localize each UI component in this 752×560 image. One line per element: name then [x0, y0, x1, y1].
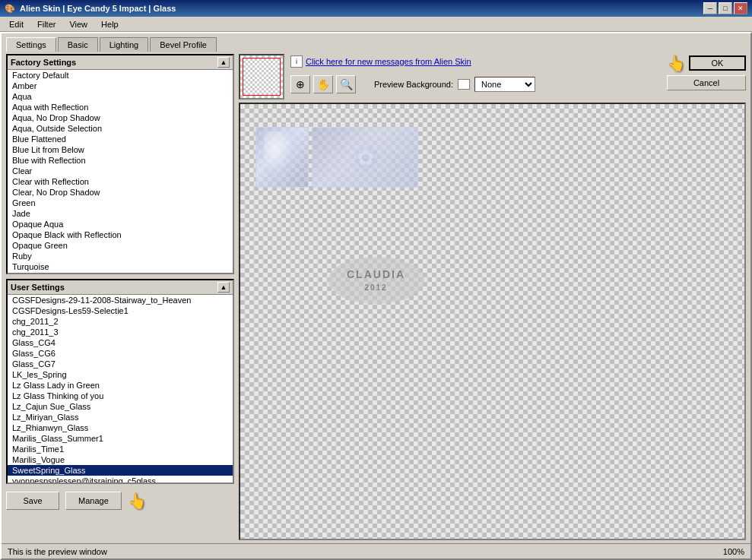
factory-item-1[interactable]: Amber [8, 81, 233, 91]
user-item-17[interactable]: yvonnespsplessen@itsraining_c5glass [8, 476, 233, 484]
content-area: Factory Settings ▲ Factory Default Amber… [2, 51, 750, 543]
glass-preview [255, 127, 418, 188]
user-scroll-up[interactable]: ▲ [217, 282, 230, 293]
user-item-9[interactable]: Lz Glass Thinking of you [8, 391, 233, 401]
status-text: This is the preview window [8, 547, 107, 556]
glass-pane-left [255, 127, 309, 188]
user-item-15[interactable]: Marilis_Vogue [8, 454, 233, 465]
preview-area [239, 103, 746, 540]
status-bar: This is the preview window 100% [2, 543, 750, 558]
menu-edit[interactable]: Edit [3, 18, 30, 30]
factory-item-17[interactable]: Ruby [8, 251, 233, 261]
preview-bg-label: Preview Background: [374, 80, 453, 89]
color-swatch[interactable] [458, 79, 470, 90]
user-item-16[interactable]: SweetSpring_Glass [8, 465, 233, 476]
user-item-3[interactable]: chg_2011_3 [8, 327, 233, 337]
factory-item-5[interactable]: Aqua, Outside Selection [8, 123, 233, 134]
preview-bg-row: Preview Background: None White Black Cus… [374, 77, 535, 92]
hand-cursor-icon: 👆 [128, 492, 147, 510]
factory-item-2[interactable]: Aqua [8, 91, 233, 102]
factory-item-13[interactable]: Jade [8, 208, 233, 219]
user-item-12[interactable]: Lz_Rhianwyn_Glass [8, 422, 233, 433]
factory-scroll-up[interactable]: ▲ [217, 57, 230, 68]
user-item-8[interactable]: Lz Glass Lady in Green [8, 380, 233, 391]
save-button[interactable]: Save [6, 492, 59, 510]
menu-bar: Edit Filter View Help [0, 17, 752, 32]
alien-link[interactable]: Click here for new messages from Alien S… [306, 57, 471, 66]
tab-bevel-profile[interactable]: Bevel Profile [150, 37, 217, 52]
user-item-10[interactable]: Lz_Cajun Sue_Glass [8, 401, 233, 412]
user-item-6[interactable]: Glass_CG7 [8, 359, 233, 369]
main-window: Settings Basic Lighting Bevel Profile Fa… [0, 32, 752, 560]
factory-settings-list[interactable]: Factory Settings ▲ Factory Default Amber… [6, 54, 234, 274]
window-title: Alien Skin | Eye Candy 5 Impact | Glass [20, 4, 176, 13]
factory-item-9[interactable]: Clear [8, 166, 233, 176]
factory-item-11[interactable]: Clear, No Drop Shadow [8, 187, 233, 198]
left-panel: Factory Settings ▲ Factory Default Amber… [6, 54, 234, 540]
manage-button[interactable]: Manage [65, 492, 122, 510]
user-settings-list[interactable]: User Settings ▲ CGSFDesigns-29-11-2008-S… [6, 279, 234, 484]
factory-item-7[interactable]: Blue Lit from Below [8, 144, 233, 155]
user-item-7[interactable]: LK_les_Spring [8, 369, 233, 380]
factory-item-6[interactable]: Blue Flattened [8, 134, 233, 144]
ok-button[interactable]: OK [689, 55, 746, 71]
zoom-tool-icon[interactable]: 🔍 [336, 75, 356, 93]
tab-lighting[interactable]: Lighting [100, 37, 149, 52]
factory-item-18[interactable]: Turquoise [8, 261, 233, 272]
factory-item-12[interactable]: Green [8, 198, 233, 208]
menu-filter[interactable]: Filter [31, 18, 62, 30]
factory-item-8[interactable]: Blue with Reflection [8, 155, 233, 166]
toolbar: ⊕ ✋ 🔍 [290, 72, 356, 96]
preview-thumbnail [239, 54, 284, 100]
maximize-button[interactable]: □ [719, 2, 732, 14]
user-item-11[interactable]: Lz_Miriyan_Glass [8, 412, 233, 422]
alien-icon: i [290, 55, 303, 68]
move-tool-icon[interactable]: ⊕ [290, 75, 310, 93]
app-icon: 🎨 [5, 4, 15, 14]
menu-help[interactable]: Help [95, 18, 125, 30]
factory-item-4[interactable]: Aqua, No Drop Shadow [8, 112, 233, 123]
tab-basic[interactable]: Basic [58, 37, 98, 52]
close-button[interactable]: ✕ [734, 2, 747, 14]
hand-tool-icon[interactable]: ✋ [313, 75, 333, 93]
tab-settings[interactable]: Settings [6, 37, 56, 52]
top-right-row: i Click here for new messages from Alien… [239, 54, 746, 100]
glass-pane-right [312, 127, 418, 188]
user-item-4[interactable]: Glass_CG4 [8, 337, 233, 348]
menu-view[interactable]: View [63, 18, 94, 30]
preview-thumb-inner [243, 58, 281, 96]
factory-item-10[interactable]: Clear with Reflection [8, 176, 233, 187]
user-item-13[interactable]: Marilis_Glass_Summer1 [8, 433, 233, 444]
cancel-button[interactable]: Cancel [667, 75, 746, 90]
user-settings-header: User Settings ▲ [8, 280, 233, 295]
minimize-button[interactable]: ─ [703, 2, 717, 14]
window-controls[interactable]: ─ □ ✕ [703, 2, 747, 14]
user-item-5[interactable]: Glass_CG6 [8, 348, 233, 359]
title-bar: 🎨 Alien Skin | Eye Candy 5 Impact | Glas… [0, 0, 752, 17]
factory-item-0[interactable]: Factory Default [8, 70, 233, 81]
preview-bg-dropdown[interactable]: None White Black Custom... [474, 77, 535, 92]
tabs-row: Settings Basic Lighting Bevel Profile [2, 33, 750, 51]
user-item-1[interactable]: CGSFDesigns-Les59-Selectie1 [8, 305, 233, 316]
user-item-0[interactable]: CGSFDesigns-29-11-2008-Stairway_to_Heave… [8, 295, 233, 305]
zoom-level: 100% [723, 547, 744, 556]
factory-item-16[interactable]: Opaque Green [8, 240, 233, 251]
factory-settings-header: Factory Settings ▲ [8, 55, 233, 70]
alien-message: i Click here for new messages from Alien… [290, 54, 661, 69]
factory-item-14[interactable]: Opaque Aqua [8, 219, 233, 229]
bottom-buttons: Save Manage 👆 [6, 489, 234, 513]
factory-item-15[interactable]: Opaque Black with Reflection [8, 229, 233, 240]
factory-item-3[interactable]: Aqua with Reflection [8, 102, 233, 112]
user-item-14[interactable]: Marilis_Time1 [8, 444, 233, 454]
user-item-2[interactable]: chg_2011_2 [8, 316, 233, 327]
right-panel: i Click here for new messages from Alien… [239, 54, 746, 540]
ok-cancel-group: 👆 OK Cancel [667, 54, 746, 90]
ok-hand-icon: 👆 [667, 54, 686, 72]
